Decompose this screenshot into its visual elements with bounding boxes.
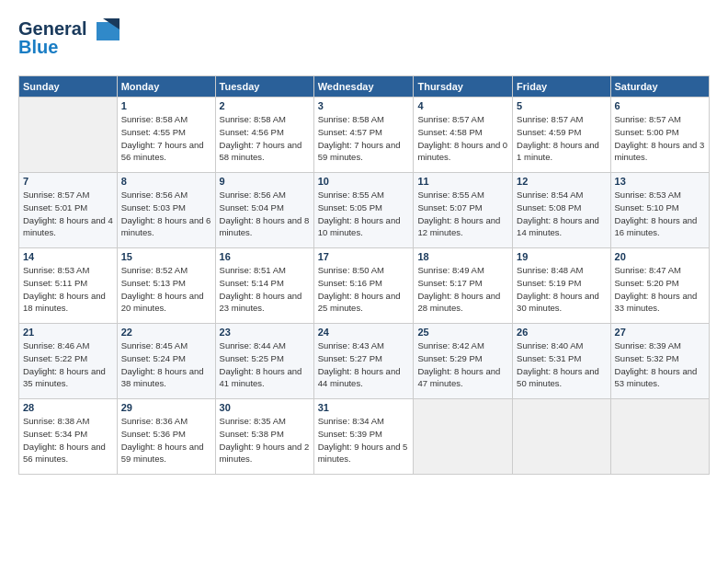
calendar-day-cell: 14Sunrise: 8:53 AMSunset: 5:11 PMDayligh… bbox=[19, 248, 118, 324]
day-number: 29 bbox=[121, 402, 211, 413]
day-number: 6 bbox=[615, 100, 705, 111]
svg-text:General: General bbox=[18, 18, 86, 39]
day-info: Sunrise: 8:55 AMSunset: 5:05 PMDaylight:… bbox=[318, 189, 410, 239]
calendar-week-row: 1Sunrise: 8:58 AMSunset: 4:55 PMDaylight… bbox=[19, 98, 710, 173]
day-info: Sunrise: 8:54 AMSunset: 5:08 PMDaylight:… bbox=[517, 189, 606, 239]
calendar-day-cell: 1Sunrise: 8:58 AMSunset: 4:55 PMDaylight… bbox=[117, 98, 215, 173]
day-info: Sunrise: 8:53 AMSunset: 5:10 PMDaylight:… bbox=[615, 189, 705, 239]
weekday-header-cell: Tuesday bbox=[215, 76, 313, 98]
day-number: 21 bbox=[23, 327, 113, 338]
calendar-day-cell bbox=[414, 399, 513, 475]
day-info: Sunrise: 8:57 AMSunset: 4:59 PMDaylight:… bbox=[517, 113, 606, 164]
day-info: Sunrise: 8:35 AMSunset: 5:38 PMDaylight:… bbox=[220, 415, 310, 465]
calendar-week-row: 14Sunrise: 8:53 AMSunset: 5:11 PMDayligh… bbox=[19, 248, 710, 324]
calendar-day-cell: 20Sunrise: 8:47 AMSunset: 5:20 PMDayligh… bbox=[610, 248, 709, 324]
day-info: Sunrise: 8:36 AMSunset: 5:36 PMDaylight:… bbox=[121, 415, 211, 465]
weekday-header-cell: Monday bbox=[117, 76, 215, 98]
day-info: Sunrise: 8:58 AMSunset: 4:56 PMDaylight:… bbox=[220, 113, 310, 164]
day-number: 7 bbox=[23, 176, 113, 187]
day-info: Sunrise: 8:58 AMSunset: 4:57 PMDaylight:… bbox=[318, 113, 410, 164]
day-info: Sunrise: 8:34 AMSunset: 5:39 PMDaylight:… bbox=[318, 415, 410, 465]
calendar-day-cell: 25Sunrise: 8:42 AMSunset: 5:29 PMDayligh… bbox=[414, 324, 513, 399]
day-number: 22 bbox=[121, 327, 211, 338]
calendar-day-cell: 29Sunrise: 8:36 AMSunset: 5:36 PMDayligh… bbox=[117, 399, 215, 475]
calendar-day-cell: 24Sunrise: 8:43 AMSunset: 5:27 PMDayligh… bbox=[313, 324, 414, 399]
day-info: Sunrise: 8:57 AMSunset: 4:58 PMDaylight:… bbox=[417, 113, 508, 164]
weekday-header-cell: Thursday bbox=[414, 76, 513, 98]
day-info: Sunrise: 8:57 AMSunset: 5:01 PMDaylight:… bbox=[23, 189, 113, 239]
day-info: Sunrise: 8:56 AMSunset: 5:04 PMDaylight:… bbox=[220, 189, 310, 239]
day-number: 10 bbox=[318, 176, 410, 187]
day-number: 4 bbox=[417, 100, 508, 111]
calendar-day-cell: 16Sunrise: 8:51 AMSunset: 5:14 PMDayligh… bbox=[215, 248, 313, 324]
day-info: Sunrise: 8:50 AMSunset: 5:16 PMDaylight:… bbox=[318, 264, 410, 315]
day-number: 18 bbox=[417, 251, 508, 262]
calendar-day-cell: 13Sunrise: 8:53 AMSunset: 5:10 PMDayligh… bbox=[610, 173, 709, 248]
day-number: 11 bbox=[417, 176, 508, 187]
calendar-body: 1Sunrise: 8:58 AMSunset: 4:55 PMDaylight… bbox=[19, 98, 710, 475]
calendar-day-cell: 27Sunrise: 8:39 AMSunset: 5:32 PMDayligh… bbox=[610, 324, 709, 399]
calendar-day-cell bbox=[513, 399, 610, 475]
weekday-header-cell: Wednesday bbox=[313, 76, 414, 98]
day-info: Sunrise: 8:56 AMSunset: 5:03 PMDaylight:… bbox=[121, 189, 211, 239]
calendar-week-row: 21Sunrise: 8:46 AMSunset: 5:22 PMDayligh… bbox=[19, 324, 710, 399]
day-number: 31 bbox=[318, 402, 410, 413]
logo-text: General Blue bbox=[18, 15, 119, 64]
day-number: 5 bbox=[517, 100, 606, 111]
calendar-container: General Blue SundayMondayTuesdayWednesda… bbox=[0, 0, 728, 484]
calendar-day-cell: 6Sunrise: 8:57 AMSunset: 5:00 PMDaylight… bbox=[610, 98, 709, 173]
day-number: 23 bbox=[220, 327, 310, 338]
day-info: Sunrise: 8:48 AMSunset: 5:19 PMDaylight:… bbox=[517, 264, 606, 315]
day-number: 17 bbox=[318, 251, 410, 262]
day-info: Sunrise: 8:43 AMSunset: 5:27 PMDaylight:… bbox=[318, 339, 410, 390]
day-number: 2 bbox=[220, 100, 310, 111]
day-info: Sunrise: 8:53 AMSunset: 5:11 PMDaylight:… bbox=[23, 264, 113, 315]
calendar-day-cell: 15Sunrise: 8:52 AMSunset: 5:13 PMDayligh… bbox=[117, 248, 215, 324]
day-number: 30 bbox=[220, 402, 310, 413]
day-number: 3 bbox=[318, 100, 410, 111]
calendar-day-cell: 19Sunrise: 8:48 AMSunset: 5:19 PMDayligh… bbox=[513, 248, 610, 324]
day-number: 19 bbox=[517, 251, 606, 262]
day-info: Sunrise: 8:44 AMSunset: 5:25 PMDaylight:… bbox=[220, 339, 310, 390]
day-number: 26 bbox=[517, 327, 606, 338]
calendar-day-cell: 12Sunrise: 8:54 AMSunset: 5:08 PMDayligh… bbox=[513, 173, 610, 248]
calendar-day-cell: 4Sunrise: 8:57 AMSunset: 4:58 PMDaylight… bbox=[414, 98, 513, 173]
day-info: Sunrise: 8:47 AMSunset: 5:20 PMDaylight:… bbox=[615, 264, 705, 315]
weekday-header-cell: Sunday bbox=[19, 76, 118, 98]
day-info: Sunrise: 8:39 AMSunset: 5:32 PMDaylight:… bbox=[615, 339, 705, 390]
day-info: Sunrise: 8:52 AMSunset: 5:13 PMDaylight:… bbox=[121, 264, 211, 315]
day-number: 14 bbox=[23, 251, 113, 262]
day-number: 24 bbox=[318, 327, 410, 338]
day-number: 12 bbox=[517, 176, 606, 187]
day-number: 27 bbox=[615, 327, 705, 338]
calendar-day-cell: 28Sunrise: 8:38 AMSunset: 5:34 PMDayligh… bbox=[19, 399, 118, 475]
logo: General Blue bbox=[18, 15, 119, 64]
calendar-day-cell bbox=[610, 399, 709, 475]
day-number: 1 bbox=[121, 100, 211, 111]
calendar-day-cell: 18Sunrise: 8:49 AMSunset: 5:17 PMDayligh… bbox=[414, 248, 513, 324]
day-info: Sunrise: 8:55 AMSunset: 5:07 PMDaylight:… bbox=[417, 189, 508, 239]
day-info: Sunrise: 8:58 AMSunset: 4:55 PMDaylight:… bbox=[121, 113, 211, 164]
calendar-day-cell: 30Sunrise: 8:35 AMSunset: 5:38 PMDayligh… bbox=[215, 399, 313, 475]
day-info: Sunrise: 8:42 AMSunset: 5:29 PMDaylight:… bbox=[417, 339, 508, 390]
day-number: 25 bbox=[417, 327, 508, 338]
day-number: 9 bbox=[220, 176, 310, 187]
day-number: 8 bbox=[121, 176, 211, 187]
day-info: Sunrise: 8:49 AMSunset: 5:17 PMDaylight:… bbox=[417, 264, 508, 315]
day-info: Sunrise: 8:51 AMSunset: 5:14 PMDaylight:… bbox=[220, 264, 310, 315]
calendar-day-cell: 7Sunrise: 8:57 AMSunset: 5:01 PMDaylight… bbox=[19, 173, 118, 248]
day-number: 15 bbox=[121, 251, 211, 262]
day-number: 20 bbox=[615, 251, 705, 262]
day-number: 13 bbox=[615, 176, 705, 187]
day-number: 16 bbox=[220, 251, 310, 262]
weekday-header-cell: Friday bbox=[513, 76, 610, 98]
calendar-day-cell: 23Sunrise: 8:44 AMSunset: 5:25 PMDayligh… bbox=[215, 324, 313, 399]
calendar-day-cell: 9Sunrise: 8:56 AMSunset: 5:04 PMDaylight… bbox=[215, 173, 313, 248]
weekday-header-cell: Saturday bbox=[610, 76, 709, 98]
calendar-day-cell: 11Sunrise: 8:55 AMSunset: 5:07 PMDayligh… bbox=[414, 173, 513, 248]
calendar-day-cell: 26Sunrise: 8:40 AMSunset: 5:31 PMDayligh… bbox=[513, 324, 610, 399]
day-info: Sunrise: 8:46 AMSunset: 5:22 PMDaylight:… bbox=[23, 339, 113, 390]
day-info: Sunrise: 8:57 AMSunset: 5:00 PMDaylight:… bbox=[615, 113, 705, 164]
calendar-table: SundayMondayTuesdayWednesdayThursdayFrid… bbox=[18, 75, 710, 475]
calendar-week-row: 28Sunrise: 8:38 AMSunset: 5:34 PMDayligh… bbox=[19, 399, 710, 475]
